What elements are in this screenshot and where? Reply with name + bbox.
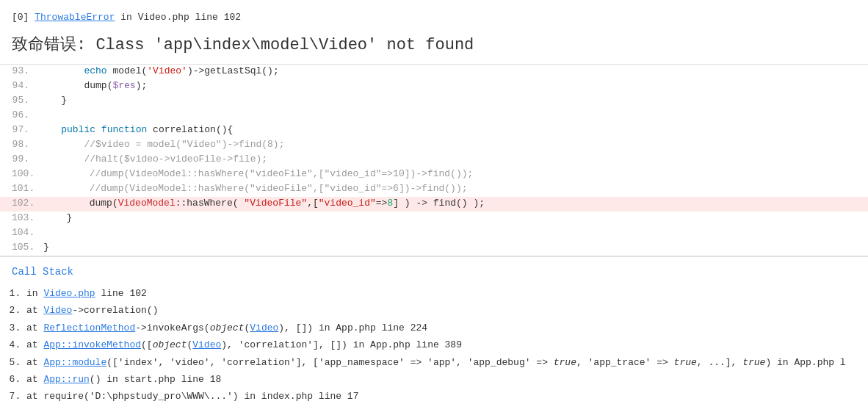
line-num-101: 101. (0, 182, 43, 195)
call-stack-item-6: at App::run() in start.php line 18 (26, 371, 856, 388)
code-line-94: 94. dump($res); (0, 79, 868, 94)
code-line-104: 104. (0, 226, 868, 241)
code-line-99: 99. //halt($video->videoFile->file); (0, 153, 868, 167)
code-line-96: 96. (0, 109, 868, 123)
error-header-text: in Video.php line 102 (120, 12, 241, 23)
line-content-99: //halt($video->videoFile->file); (38, 153, 868, 165)
line-num-99: 99. (0, 153, 38, 165)
cs-link-app-module[interactable]: App::module (43, 357, 106, 368)
cs-item-4-text: at App::invokeMethod([object(Video), 'co… (26, 339, 462, 350)
call-stack-item-1: in Video.php line 102 (26, 285, 856, 302)
line-content-96 (38, 109, 868, 121)
line-num-102: 102. (0, 197, 43, 209)
line-content-104 (43, 226, 868, 239)
code-line-105: 105. } (0, 241, 868, 256)
line-content-94: dump($res); (38, 79, 868, 92)
cs-link-video2[interactable]: Video (43, 305, 72, 316)
cs-link-reflection[interactable]: ReflectionMethod (43, 322, 135, 333)
code-line-100: 100. //dump(VideoModel::hasWhere("videoF… (0, 167, 868, 182)
line-content-102: dump(VideoModel::hasWhere( "VideoFile",[… (43, 197, 868, 209)
call-stack-item-3: at ReflectionMethod->invokeArgs(object(V… (26, 320, 856, 336)
code-line-97: 97. public function correlation(){ (0, 123, 868, 138)
line-num-103: 103. (0, 212, 43, 224)
cs-link-app-invoke[interactable]: App::invokeMethod (43, 339, 141, 350)
cs-item-2-text: at Video->correlation() (26, 305, 158, 316)
cs-item-5-text: at App::module(['index', 'video', 'corre… (26, 357, 846, 368)
cs-link-video3[interactable]: Video (250, 322, 278, 333)
code-line-93: 93. echo model('Video')->getLastSql(); (0, 65, 868, 79)
line-num-105: 105. (0, 241, 43, 253)
code-line-95: 95. } (0, 94, 868, 109)
line-content-93: echo model('Video')->getLastSql(); (38, 65, 868, 77)
call-stack-item-5: at App::module(['index', 'video', 'corre… (26, 354, 856, 371)
code-line-98: 98. //$video = model("Video")->find(8); (0, 138, 868, 153)
call-stack-item-7: at require('D:\phpstudy_pro\WWW\...') in… (26, 388, 856, 405)
line-num-97: 97. (0, 123, 38, 136)
cs-item-7-text: at require('D:\phpstudy_pro\WWW\...') in… (26, 391, 358, 402)
call-stack-header: Call Stack (0, 256, 868, 282)
call-stack-list: in Video.php line 102 at Video->correlat… (0, 282, 868, 413)
line-content-95: } (38, 94, 868, 107)
line-num-94: 94. (0, 79, 38, 92)
call-stack-item-2: at Video->correlation() (26, 302, 856, 319)
line-num-98: 98. (0, 138, 38, 151)
error-header: [0] ThrowableError in Video.php line 102 (0, 7, 868, 27)
line-num-104: 104. (0, 226, 43, 239)
cs-item-6-text: at App::run() in start.php line 18 (26, 374, 221, 385)
code-line-101: 101. //dump(VideoModel::hasWhere("videoF… (0, 182, 868, 197)
cs-link-app-run[interactable]: App::run (43, 374, 89, 385)
line-num-93: 93. (0, 65, 38, 77)
line-num-95: 95. (0, 94, 38, 107)
throwable-link[interactable]: ThrowableError (35, 12, 115, 23)
page-wrapper: [0] ThrowableError in Video.php line 102… (0, 0, 868, 415)
line-content-101: //dump(VideoModel::hasWhere("videoFile",… (43, 182, 868, 195)
cs-item-3-text: at ReflectionMethod->invokeArgs(object(V… (26, 322, 427, 333)
code-block: 93. echo model('Video')->getLastSql(); 9… (0, 64, 868, 256)
cs-link-video4[interactable]: Video (192, 339, 221, 350)
line-content-98: //$video = model("Video")->find(8); (38, 138, 868, 151)
call-stack-item-4: at App::invokeMethod([object(Video), 'co… (26, 336, 856, 353)
code-line-102: 102. dump(VideoModel::hasWhere( "VideoFi… (0, 197, 868, 212)
line-content-97: public function correlation(){ (38, 123, 868, 136)
cs-item-1-text: in Video.php line 102 (26, 288, 147, 299)
line-content-103: } (43, 212, 868, 224)
line-num-96: 96. (0, 109, 38, 121)
line-num-100: 100. (0, 167, 43, 180)
error-index: [0] (12, 12, 29, 23)
fatal-error-title: 致命错误: Class 'app\index\model\Video' not … (0, 27, 868, 64)
cs-link-video[interactable]: Video.php (43, 288, 95, 299)
line-content-100: //dump(VideoModel::hasWhere("videoFile",… (43, 167, 868, 180)
line-content-105: } (43, 241, 868, 253)
code-line-103: 103. } (0, 212, 868, 226)
